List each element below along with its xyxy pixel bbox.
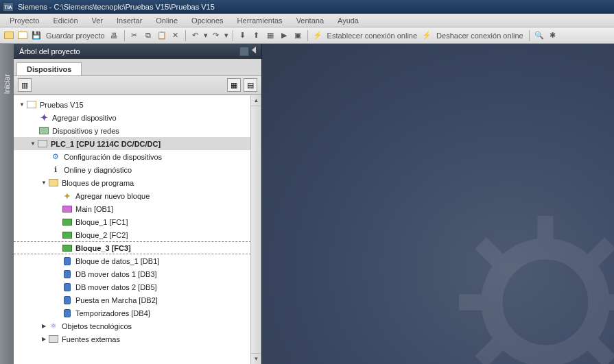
add-block-icon: ✦ <box>62 191 73 201</box>
redo-dropdown-icon[interactable]: ▾ <box>224 29 229 42</box>
expand-icon[interactable] <box>29 141 37 147</box>
panel-title: Árbol del proyecto <box>19 47 80 56</box>
search-icon[interactable]: 🔍 <box>533 29 545 42</box>
menu-ventana[interactable]: Ventana <box>290 15 331 26</box>
tree-fc3[interactable]: Bloque_3 [FC3] <box>14 241 261 254</box>
menu-opciones[interactable]: Opciones <box>185 15 230 26</box>
save-icon[interactable]: 💾 <box>30 29 43 42</box>
fc-icon <box>62 217 73 227</box>
panel-sub-toolbar: ▥ ▦ ▤ <box>14 75 261 95</box>
expand-icon[interactable] <box>40 336 48 342</box>
go-online-label[interactable]: Establecer conexión online <box>325 32 419 40</box>
svg-rect-3 <box>460 295 484 310</box>
redo-icon[interactable]: ↷ <box>210 29 222 42</box>
panel-pin-icon[interactable] <box>239 47 249 56</box>
details-view-icon[interactable]: ▦ <box>227 78 241 92</box>
svg-rect-1 <box>539 217 553 241</box>
tree-add-device[interactable]: ✦ Agregar dispositivo <box>14 111 261 124</box>
tree-scrollbar[interactable]: ▲ ▼ <box>250 95 261 364</box>
save-label: Guardar proyecto <box>44 32 107 40</box>
ext-src-icon <box>48 335 59 344</box>
network-icon <box>38 126 49 136</box>
simulate-icon[interactable]: ▶ <box>278 29 290 42</box>
tree-external-sources[interactable]: Fuentes externas <box>14 332 261 345</box>
upload-icon[interactable]: ⬆ <box>250 29 263 42</box>
menu-proyecto[interactable]: Proyecto <box>3 15 46 26</box>
window-title: Siemens - C:\Siemens\tecnoplc\Pruebas V1… <box>18 3 215 11</box>
tree-root-label: Pruebas V15 <box>40 101 259 109</box>
panel-header: Árbol del proyecto <box>14 44 261 59</box>
config-icon: ⚙ <box>50 152 61 162</box>
copy-icon[interactable]: ⧉ <box>142 29 154 42</box>
tree-devices-networks[interactable]: Dispositivos y redes <box>14 124 261 137</box>
go-online-icon[interactable]: ⚡ <box>311 29 324 42</box>
print-icon[interactable]: 🖶 <box>108 29 121 42</box>
tree-tech-objects[interactable]: ⚛ Objetos tecnológicos <box>14 319 261 332</box>
diag-icon: ℹ <box>50 165 61 175</box>
tree-fc2[interactable]: Bloque_2 [FC2] <box>14 228 261 241</box>
db-icon <box>62 282 73 292</box>
menu-online[interactable]: Online <box>149 15 185 26</box>
tree-device-config[interactable]: ⚙ Configuración de dispositivos <box>14 150 261 163</box>
menu-ayuda[interactable]: Ayuda <box>331 15 366 26</box>
tree-plc[interactable]: PLC_1 [CPU 1214C DC/DC/DC] <box>14 137 261 150</box>
tree-db2[interactable]: Puesta en Marcha [DB2] <box>14 293 261 306</box>
scroll-down-icon[interactable]: ▼ <box>251 353 261 364</box>
overview-icon[interactable]: ▥ <box>18 78 32 92</box>
menu-insertar[interactable]: Insertar <box>110 15 149 26</box>
add-device-icon: ✦ <box>38 113 49 123</box>
db-icon <box>62 295 73 305</box>
menubar: Proyecto Edición Ver Insertar Online Opc… <box>0 14 614 27</box>
expand-icon[interactable] <box>40 323 48 329</box>
tree-add-block[interactable]: ✦ Agregar nuevo bloque <box>14 189 261 202</box>
tree-db3[interactable]: DB mover datos 1 [DB3] <box>14 267 261 280</box>
tree-online-diag[interactable]: ℹ Online y diagnóstico <box>14 163 261 176</box>
plc-icon <box>37 139 48 149</box>
tree-fc1[interactable]: Bloque_1 [FC1] <box>14 215 261 228</box>
blocks-folder-icon <box>48 178 59 188</box>
workspace <box>261 44 614 364</box>
tree-program-blocks[interactable]: Bloques de programa <box>14 176 261 189</box>
new-project-icon[interactable] <box>3 29 15 42</box>
gear-watermark-icon <box>456 213 614 364</box>
scroll-up-icon[interactable]: ▲ <box>251 95 261 106</box>
network-view-icon[interactable]: ▤ <box>244 78 257 92</box>
tab-devices[interactable]: Dispositivos <box>16 62 82 75</box>
project-tree: Pruebas V15 ✦ Agregar dispositivo Dispos… <box>14 95 261 364</box>
tree-db4[interactable]: Temporizadores [DB4] <box>14 306 261 319</box>
app-icon: TIA <box>3 2 14 12</box>
ob-icon <box>62 204 73 214</box>
download-icon[interactable]: ⬇ <box>237 29 249 42</box>
delete-icon[interactable]: ✕ <box>169 29 182 42</box>
tree-db5[interactable]: DB mover datos 2 [DB5] <box>14 280 261 293</box>
project-tree-panel: Árbol del proyecto Dispositivos ▥ ▦ ▤ <box>14 44 261 364</box>
project-icon <box>26 100 37 110</box>
undo-dropdown-icon[interactable]: ▾ <box>203 29 209 42</box>
toolbar: 💾 Guardar proyecto 🖶 ✂ ⧉ 📋 ✕ ↶ ▾ ↷ ▾ ⬇ ⬆… <box>0 27 614 44</box>
panel-collapse-icon[interactable] <box>252 47 256 53</box>
compile-icon[interactable]: ▦ <box>264 29 276 42</box>
tech-icon: ⚛ <box>48 321 59 331</box>
go-offline-icon[interactable]: ⚡ <box>421 29 433 42</box>
tree-db1[interactable]: Bloque de datos_1 [DB1] <box>14 254 261 267</box>
cut-icon[interactable]: ✂ <box>128 29 141 42</box>
menu-herramientas[interactable]: Herramientas <box>231 15 290 26</box>
svg-point-0 <box>492 249 599 356</box>
tree-main-ob[interactable]: Main [OB1] <box>14 202 261 215</box>
titlebar: TIA Siemens - C:\Siemens\tecnoplc\Prueba… <box>0 0 614 14</box>
hmi-icon[interactable]: ▣ <box>292 29 304 42</box>
fc-icon <box>62 230 73 240</box>
open-project-icon[interactable] <box>16 29 29 42</box>
go-offline-label[interactable]: Deshacer conexión online <box>434 32 526 40</box>
tree-root[interactable]: Pruebas V15 <box>14 98 261 111</box>
undo-icon[interactable]: ↶ <box>189 29 202 42</box>
paste-icon[interactable]: 📋 <box>156 29 168 42</box>
cross-ref-icon[interactable]: ✱ <box>547 29 559 42</box>
rail-start[interactable]: Iniciar <box>3 71 11 97</box>
menu-edicion[interactable]: Edición <box>46 15 84 26</box>
expand-icon[interactable] <box>18 101 26 108</box>
menu-ver[interactable]: Ver <box>85 15 110 26</box>
svg-rect-4 <box>606 295 614 310</box>
expand-icon[interactable] <box>40 180 48 186</box>
left-rail: Iniciar <box>0 44 14 364</box>
